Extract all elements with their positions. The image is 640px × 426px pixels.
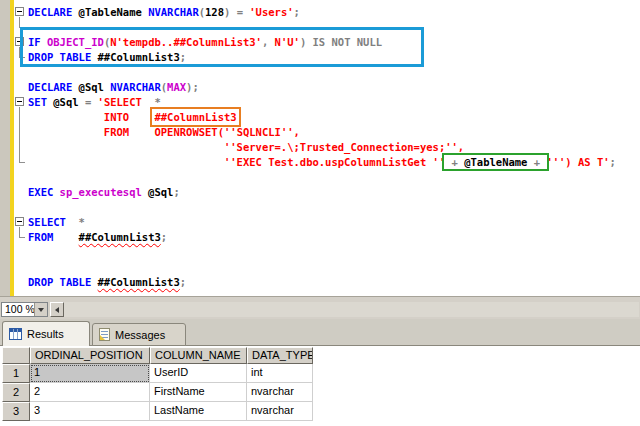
- code-token: ;: [294, 6, 300, 18]
- code-token: =: [85, 96, 98, 108]
- hscroll-track[interactable]: [64, 302, 639, 317]
- code-line[interactable]: EXEC sp_executesql @Sql;: [0, 185, 640, 200]
- code-token: ) =: [224, 6, 249, 18]
- messages-icon: [99, 328, 110, 341]
- fold-line: [19, 107, 20, 162]
- code-token: 'SELECT: [98, 96, 142, 108]
- editor-status-bar: 100 %: [0, 300, 640, 319]
- code-token: ''Server=.\;Trusted_Connection=yes;'',: [224, 141, 464, 153]
- code-token: SET: [28, 96, 53, 108]
- grid-cell[interactable]: nvarchar: [247, 402, 313, 421]
- code-line[interactable]: ''Server=.\;Trusted_Connection=yes;'',: [0, 140, 640, 155]
- grid-cell[interactable]: int: [247, 364, 313, 383]
- code-token: ##ColumnList3: [154, 111, 236, 123]
- code-token: FROM: [104, 126, 129, 138]
- code-token: @Sql: [142, 186, 174, 198]
- code-token: ;: [173, 186, 179, 198]
- grid-header-row: ORDINAL_POSITIONCOLUMN_NAMEDATA_TYPE: [2, 347, 313, 364]
- table-row: 22FirstNamenvarchar: [2, 383, 313, 402]
- chevron-down-icon: [38, 308, 44, 312]
- code-line[interactable]: [0, 200, 640, 215]
- code-token: [129, 111, 154, 123]
- arrow-left-icon: [55, 307, 59, 313]
- code-line[interactable]: SET @Sql = 'SELECT *: [0, 95, 640, 110]
- code-token: 'Users': [249, 6, 293, 18]
- column-header[interactable]: DATA_TYPE: [247, 347, 313, 364]
- grid-cell[interactable]: 3: [30, 402, 150, 421]
- annotation-box-green: + @TableName +: [445, 156, 546, 168]
- code-line[interactable]: DECLARE @Sql NVARCHAR(MAX);: [0, 80, 640, 95]
- code-token: DECLARE: [28, 81, 79, 93]
- grid-cell[interactable]: 1: [30, 364, 150, 383]
- code-token: NVARCHAR: [110, 81, 161, 93]
- code-token: ;: [161, 231, 167, 243]
- grid-cell[interactable]: 2: [30, 383, 150, 402]
- code-token: MAX: [167, 81, 186, 93]
- hscroll-left-button[interactable]: [50, 302, 64, 317]
- results-grid: ORDINAL_POSITIONCOLUMN_NAMEDATA_TYPE11Us…: [2, 347, 313, 421]
- code-token: DECLARE: [28, 6, 72, 18]
- code-line[interactable]: FROM OPENROWSET(''SQLNCLI'',: [0, 125, 640, 140]
- grid-cell[interactable]: nvarchar: [247, 383, 313, 402]
- code-token: +: [527, 156, 546, 168]
- grid-cell[interactable]: FirstName: [150, 383, 247, 402]
- column-header[interactable]: COLUMN_NAME: [150, 347, 247, 364]
- row-header[interactable]: 3: [2, 402, 30, 421]
- code-token: ;: [610, 156, 616, 168]
- code-token: INTO: [104, 111, 129, 123]
- code-line[interactable]: DROP TABLE ##ColumnList3;: [0, 275, 640, 290]
- fold-collapse-toggle[interactable]: [15, 7, 24, 16]
- code-token: @TableName: [72, 6, 148, 18]
- code-token: @Sql: [53, 96, 85, 108]
- code-line[interactable]: SELECT *: [0, 215, 640, 230]
- annotation-box-orange: ##ColumnList3: [154, 111, 236, 123]
- column-header[interactable]: ORDINAL_POSITION: [30, 347, 150, 364]
- grid-cell[interactable]: LastName: [150, 402, 247, 421]
- code-token: [28, 126, 104, 138]
- code-token: +: [445, 156, 464, 168]
- zoom-level-value: 100 %: [5, 303, 35, 315]
- code-token: [28, 156, 224, 168]
- code-line[interactable]: [0, 260, 640, 275]
- tab-results[interactable]: Results: [2, 321, 90, 346]
- fold-collapse-toggle[interactable]: [15, 97, 24, 106]
- code-token: EXEC: [28, 186, 60, 198]
- row-header[interactable]: 1: [2, 364, 30, 383]
- code-token: ''EXEC Test.dbo.uspColumnListGet '': [224, 156, 445, 168]
- table-row: 33LastNamenvarchar: [2, 402, 313, 421]
- results-pane: ORDINAL_POSITIONCOLUMN_NAMEDATA_TYPE11Us…: [0, 346, 640, 426]
- code-token: ''') AS T': [546, 156, 609, 168]
- code-token: ##ColumnList3: [79, 231, 161, 243]
- code-token: NVARCHAR: [148, 6, 199, 18]
- sql-editor[interactable]: DECLARE @TableName NVARCHAR(128) = 'User…: [0, 0, 640, 296]
- fold-line: [19, 17, 20, 27]
- code-line[interactable]: DECLARE @TableName NVARCHAR(128) = 'User…: [0, 5, 640, 20]
- code-token: FROM: [28, 231, 53, 243]
- fold-collapse-toggle[interactable]: [15, 217, 24, 226]
- zoom-level-combo[interactable]: 100 %: [1, 302, 48, 317]
- code-line[interactable]: [0, 245, 640, 260]
- code-line[interactable]: [0, 65, 640, 80]
- code-line[interactable]: INTO ##ColumnList3: [0, 110, 640, 125]
- code-line[interactable]: ''EXEC Test.dbo.uspColumnListGet '' + @T…: [0, 155, 640, 170]
- code-token: ##ColumnList3: [98, 276, 180, 288]
- tab-messages[interactable]: Messages: [92, 323, 186, 346]
- code-token: *: [142, 96, 161, 108]
- code-token: @Sql: [79, 81, 111, 93]
- tab-messages-label: Messages: [115, 329, 165, 341]
- code-token: @TableName: [464, 156, 527, 168]
- fold-line: [19, 227, 20, 237]
- code-token: [28, 111, 104, 123]
- code-token: 128: [205, 6, 224, 18]
- code-token: sp_executesql: [60, 186, 142, 198]
- grid-corner-cell[interactable]: [2, 347, 30, 364]
- code-token: DROP TABLE: [28, 276, 98, 288]
- code-token: OPENROWSET(''SQLNCLI'',: [154, 126, 299, 138]
- grid-cell[interactable]: UserID: [150, 364, 247, 383]
- code-line[interactable]: FROM ##ColumnList3;: [0, 230, 640, 245]
- table-row: 11UserIDint: [2, 364, 313, 383]
- row-header[interactable]: 2: [2, 383, 30, 402]
- fold-line-tick: [19, 237, 25, 238]
- zoom-dropdown-button[interactable]: [34, 303, 47, 316]
- code-line[interactable]: [0, 170, 640, 185]
